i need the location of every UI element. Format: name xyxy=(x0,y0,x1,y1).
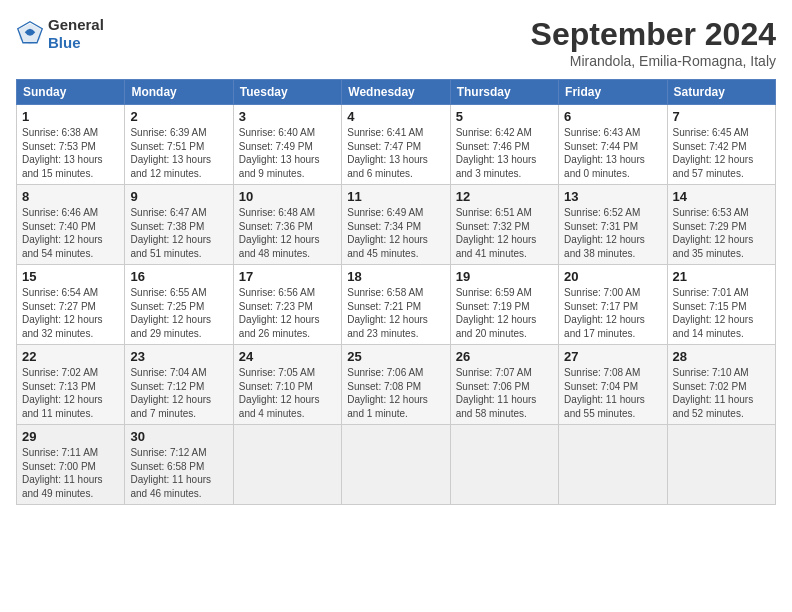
calendar-cell: 12Sunrise: 6:51 AM Sunset: 7:32 PM Dayli… xyxy=(450,185,558,265)
calendar-cell: 1Sunrise: 6:38 AM Sunset: 7:53 PM Daylig… xyxy=(17,105,125,185)
day-number: 26 xyxy=(456,349,553,364)
calendar-cell: 25Sunrise: 7:06 AM Sunset: 7:08 PM Dayli… xyxy=(342,345,450,425)
day-number: 6 xyxy=(564,109,661,124)
calendar-cell: 22Sunrise: 7:02 AM Sunset: 7:13 PM Dayli… xyxy=(17,345,125,425)
day-number: 15 xyxy=(22,269,119,284)
calendar-cell xyxy=(342,425,450,505)
calendar-cell: 15Sunrise: 6:54 AM Sunset: 7:27 PM Dayli… xyxy=(17,265,125,345)
calendar-cell: 9Sunrise: 6:47 AM Sunset: 7:38 PM Daylig… xyxy=(125,185,233,265)
day-detail: Sunrise: 6:53 AM Sunset: 7:29 PM Dayligh… xyxy=(673,206,770,260)
day-detail: Sunrise: 6:39 AM Sunset: 7:51 PM Dayligh… xyxy=(130,126,227,180)
calendar-cell: 16Sunrise: 6:55 AM Sunset: 7:25 PM Dayli… xyxy=(125,265,233,345)
day-number: 5 xyxy=(456,109,553,124)
day-detail: Sunrise: 7:04 AM Sunset: 7:12 PM Dayligh… xyxy=(130,366,227,420)
calendar-cell: 19Sunrise: 6:59 AM Sunset: 7:19 PM Dayli… xyxy=(450,265,558,345)
day-number: 24 xyxy=(239,349,336,364)
day-detail: Sunrise: 6:55 AM Sunset: 7:25 PM Dayligh… xyxy=(130,286,227,340)
weekday-header-thursday: Thursday xyxy=(450,80,558,105)
week-row-1: 1Sunrise: 6:38 AM Sunset: 7:53 PM Daylig… xyxy=(17,105,776,185)
calendar-cell: 29Sunrise: 7:11 AM Sunset: 7:00 PM Dayli… xyxy=(17,425,125,505)
calendar-cell xyxy=(450,425,558,505)
week-row-4: 22Sunrise: 7:02 AM Sunset: 7:13 PM Dayli… xyxy=(17,345,776,425)
weekday-header-row: SundayMondayTuesdayWednesdayThursdayFrid… xyxy=(17,80,776,105)
day-detail: Sunrise: 7:12 AM Sunset: 6:58 PM Dayligh… xyxy=(130,446,227,500)
day-detail: Sunrise: 7:06 AM Sunset: 7:08 PM Dayligh… xyxy=(347,366,444,420)
day-number: 18 xyxy=(347,269,444,284)
day-number: 9 xyxy=(130,189,227,204)
day-detail: Sunrise: 7:07 AM Sunset: 7:06 PM Dayligh… xyxy=(456,366,553,420)
day-detail: Sunrise: 7:01 AM Sunset: 7:15 PM Dayligh… xyxy=(673,286,770,340)
weekday-header-friday: Friday xyxy=(559,80,667,105)
weekday-header-wednesday: Wednesday xyxy=(342,80,450,105)
day-number: 1 xyxy=(22,109,119,124)
day-number: 23 xyxy=(130,349,227,364)
calendar-cell: 17Sunrise: 6:56 AM Sunset: 7:23 PM Dayli… xyxy=(233,265,341,345)
calendar-cell xyxy=(233,425,341,505)
calendar-cell: 30Sunrise: 7:12 AM Sunset: 6:58 PM Dayli… xyxy=(125,425,233,505)
weekday-header-sunday: Sunday xyxy=(17,80,125,105)
logo-text: General Blue xyxy=(48,16,104,52)
calendar-cell: 6Sunrise: 6:43 AM Sunset: 7:44 PM Daylig… xyxy=(559,105,667,185)
calendar-cell xyxy=(559,425,667,505)
calendar-cell: 21Sunrise: 7:01 AM Sunset: 7:15 PM Dayli… xyxy=(667,265,775,345)
day-number: 10 xyxy=(239,189,336,204)
week-row-2: 8Sunrise: 6:46 AM Sunset: 7:40 PM Daylig… xyxy=(17,185,776,265)
calendar-cell xyxy=(667,425,775,505)
day-detail: Sunrise: 7:05 AM Sunset: 7:10 PM Dayligh… xyxy=(239,366,336,420)
calendar-cell: 14Sunrise: 6:53 AM Sunset: 7:29 PM Dayli… xyxy=(667,185,775,265)
day-detail: Sunrise: 6:51 AM Sunset: 7:32 PM Dayligh… xyxy=(456,206,553,260)
day-detail: Sunrise: 6:46 AM Sunset: 7:40 PM Dayligh… xyxy=(22,206,119,260)
calendar-cell: 8Sunrise: 6:46 AM Sunset: 7:40 PM Daylig… xyxy=(17,185,125,265)
month-title: September 2024 xyxy=(531,16,776,53)
calendar-cell: 7Sunrise: 6:45 AM Sunset: 7:42 PM Daylig… xyxy=(667,105,775,185)
day-number: 17 xyxy=(239,269,336,284)
day-detail: Sunrise: 7:00 AM Sunset: 7:17 PM Dayligh… xyxy=(564,286,661,340)
week-row-5: 29Sunrise: 7:11 AM Sunset: 7:00 PM Dayli… xyxy=(17,425,776,505)
day-detail: Sunrise: 6:47 AM Sunset: 7:38 PM Dayligh… xyxy=(130,206,227,260)
day-detail: Sunrise: 6:43 AM Sunset: 7:44 PM Dayligh… xyxy=(564,126,661,180)
day-number: 14 xyxy=(673,189,770,204)
day-number: 12 xyxy=(456,189,553,204)
day-number: 8 xyxy=(22,189,119,204)
calendar-cell: 5Sunrise: 6:42 AM Sunset: 7:46 PM Daylig… xyxy=(450,105,558,185)
calendar-cell: 18Sunrise: 6:58 AM Sunset: 7:21 PM Dayli… xyxy=(342,265,450,345)
day-detail: Sunrise: 6:56 AM Sunset: 7:23 PM Dayligh… xyxy=(239,286,336,340)
page-header: General Blue September 2024 Mirandola, E… xyxy=(16,16,776,69)
day-detail: Sunrise: 6:54 AM Sunset: 7:27 PM Dayligh… xyxy=(22,286,119,340)
day-detail: Sunrise: 6:48 AM Sunset: 7:36 PM Dayligh… xyxy=(239,206,336,260)
logo-icon xyxy=(16,20,44,48)
calendar-cell: 20Sunrise: 7:00 AM Sunset: 7:17 PM Dayli… xyxy=(559,265,667,345)
day-number: 11 xyxy=(347,189,444,204)
day-detail: Sunrise: 6:52 AM Sunset: 7:31 PM Dayligh… xyxy=(564,206,661,260)
weekday-header-tuesday: Tuesday xyxy=(233,80,341,105)
title-area: September 2024 Mirandola, Emilia-Romagna… xyxy=(531,16,776,69)
week-row-3: 15Sunrise: 6:54 AM Sunset: 7:27 PM Dayli… xyxy=(17,265,776,345)
calendar-cell: 11Sunrise: 6:49 AM Sunset: 7:34 PM Dayli… xyxy=(342,185,450,265)
day-detail: Sunrise: 6:59 AM Sunset: 7:19 PM Dayligh… xyxy=(456,286,553,340)
day-number: 28 xyxy=(673,349,770,364)
day-detail: Sunrise: 7:02 AM Sunset: 7:13 PM Dayligh… xyxy=(22,366,119,420)
day-number: 7 xyxy=(673,109,770,124)
day-number: 20 xyxy=(564,269,661,284)
day-number: 29 xyxy=(22,429,119,444)
weekday-header-saturday: Saturday xyxy=(667,80,775,105)
day-detail: Sunrise: 6:42 AM Sunset: 7:46 PM Dayligh… xyxy=(456,126,553,180)
day-number: 19 xyxy=(456,269,553,284)
location: Mirandola, Emilia-Romagna, Italy xyxy=(531,53,776,69)
day-detail: Sunrise: 6:41 AM Sunset: 7:47 PM Dayligh… xyxy=(347,126,444,180)
calendar-cell: 4Sunrise: 6:41 AM Sunset: 7:47 PM Daylig… xyxy=(342,105,450,185)
day-number: 21 xyxy=(673,269,770,284)
weekday-header-monday: Monday xyxy=(125,80,233,105)
calendar-table: SundayMondayTuesdayWednesdayThursdayFrid… xyxy=(16,79,776,505)
calendar-cell: 24Sunrise: 7:05 AM Sunset: 7:10 PM Dayli… xyxy=(233,345,341,425)
day-detail: Sunrise: 6:45 AM Sunset: 7:42 PM Dayligh… xyxy=(673,126,770,180)
day-number: 30 xyxy=(130,429,227,444)
day-number: 27 xyxy=(564,349,661,364)
day-detail: Sunrise: 6:58 AM Sunset: 7:21 PM Dayligh… xyxy=(347,286,444,340)
day-number: 16 xyxy=(130,269,227,284)
calendar-cell: 10Sunrise: 6:48 AM Sunset: 7:36 PM Dayli… xyxy=(233,185,341,265)
day-number: 13 xyxy=(564,189,661,204)
day-detail: Sunrise: 7:11 AM Sunset: 7:00 PM Dayligh… xyxy=(22,446,119,500)
calendar-cell: 28Sunrise: 7:10 AM Sunset: 7:02 PM Dayli… xyxy=(667,345,775,425)
day-number: 4 xyxy=(347,109,444,124)
